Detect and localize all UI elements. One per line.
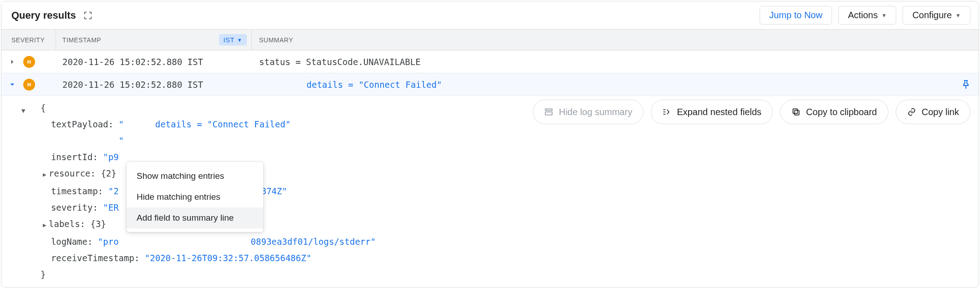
detail-actions: Hide log summary Expand nested fields Co… <box>533 100 970 124</box>
json-field-logName[interactable]: logName: "pro0893ea3df01/logs/stderr" <box>41 233 979 250</box>
collapse-json-icon[interactable]: ▼ <box>21 102 25 119</box>
svg-rect-2 <box>28 83 29 86</box>
summary-cell: details = "Connect Failed" <box>252 80 953 90</box>
caret-right-icon[interactable]: ▶ <box>41 217 49 233</box>
svg-rect-6 <box>795 111 799 115</box>
severity-cell <box>23 79 56 91</box>
severity-error-icon[interactable] <box>23 56 35 68</box>
chevron-down-icon: ▼ <box>955 12 961 19</box>
pin-icon[interactable] <box>953 79 979 90</box>
severity-cell <box>23 56 56 68</box>
timestamp-cell: 2020-11-26 15:02:52.880 IST <box>56 80 252 90</box>
ctx-show-matching[interactable]: Show matching entries <box>127 166 263 187</box>
chevron-down-icon: ▼ <box>882 12 887 19</box>
fullscreen-icon[interactable] <box>82 10 93 21</box>
topbar: Query results Jump to Now Actions▼ Confi… <box>1 1 979 29</box>
log-row[interactable]: 2020-11-26 15:02:52.880 IST status = Sta… <box>1 50 979 73</box>
caret-right-icon[interactable]: ▶ <box>41 167 49 183</box>
panel-title: Query results <box>11 10 76 21</box>
expand-nested-fields-button[interactable]: Expand nested fields <box>651 100 773 124</box>
svg-rect-7 <box>793 109 797 113</box>
log-row[interactable]: 2020-11-26 15:02:52.880 IST details = "C… <box>1 73 979 96</box>
jump-to-now-button[interactable]: Jump to Now <box>760 6 832 25</box>
collapse-icon[interactable] <box>1 81 23 89</box>
column-header-row: SEVERITY TIMESTAMP IST▼ SUMMARY <box>1 29 979 50</box>
svg-rect-5 <box>546 112 552 115</box>
timestamp-cell: 2020-11-26 15:02:52.880 IST <box>56 57 252 67</box>
json-field-receiveTimestamp[interactable]: receiveTimestamp: "2020-11-26T09:32:57.0… <box>41 250 979 266</box>
ctx-hide-matching[interactable]: Hide matching entries <box>127 187 263 207</box>
expand-icon[interactable] <box>1 58 23 66</box>
copy-link-button[interactable]: Copy link <box>896 100 970 124</box>
timezone-chip[interactable]: IST▼ <box>219 34 247 45</box>
context-menu: Show matching entries Hide matching entr… <box>127 162 263 232</box>
severity-error-icon[interactable] <box>23 79 35 91</box>
configure-button[interactable]: Configure▼ <box>903 6 970 25</box>
chevron-down-icon: ▼ <box>237 37 242 43</box>
ctx-add-field-summary[interactable]: Add field to summary line <box>127 207 263 228</box>
col-header-severity: SEVERITY <box>1 30 56 50</box>
col-header-timestamp: TIMESTAMP IST▼ <box>56 30 252 50</box>
svg-rect-0 <box>28 60 29 63</box>
col-header-summary: SUMMARY <box>252 30 979 50</box>
query-results-panel: Query results Jump to Now Actions▼ Confi… <box>1 1 979 288</box>
copy-to-clipboard-button[interactable]: Copy to clipboard <box>780 100 888 124</box>
actions-button[interactable]: Actions▼ <box>838 6 896 25</box>
svg-rect-4 <box>546 109 552 110</box>
svg-rect-1 <box>30 60 31 63</box>
summary-cell: status = StatusCode.UNAVAILABLE <box>252 57 979 67</box>
hide-log-summary-button[interactable]: Hide log summary <box>533 100 643 124</box>
json-brace-close: } <box>41 266 979 283</box>
svg-rect-3 <box>30 83 31 86</box>
